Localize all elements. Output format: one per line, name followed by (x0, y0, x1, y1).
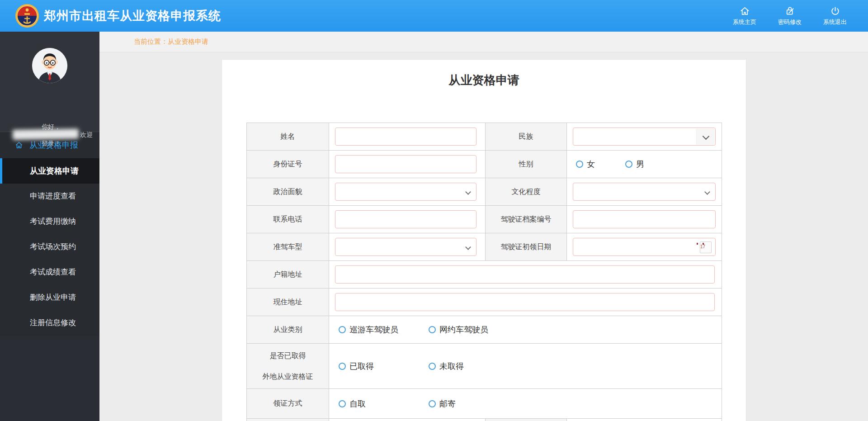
category-cruise-taxi-option[interactable]: 巡游车驾驶员 (339, 324, 398, 335)
radio-ride-hailing[interactable] (429, 326, 436, 333)
field-label-foreign-certificate: 是否已取得 外地从业资格证 (247, 344, 329, 389)
home-icon (15, 141, 23, 149)
household-address-input[interactable] (335, 265, 715, 284)
chevron-down-icon (704, 189, 710, 195)
avatar (32, 48, 67, 83)
gender-male-option[interactable]: 男 (625, 159, 644, 170)
foreign-cert-not-obtained-option[interactable]: 未取得 (429, 361, 464, 372)
nav-logout-button[interactable]: 系统退出 (821, 6, 849, 26)
sidebar: 你好， 欢迎 登录！ 从业资格申报 从业资格申请 申请进度查看 考试费用缴纳 考… (0, 32, 99, 421)
nav-home-label: 系统主页 (733, 18, 756, 26)
lock-edit-icon (785, 6, 795, 16)
sidebar-item-exam-session[interactable]: 考试场次预约 (0, 234, 99, 260)
field-label-license-file-number: 驾驶证档案编号 (486, 206, 567, 233)
current-address-input[interactable] (335, 293, 715, 311)
home-icon (740, 6, 750, 16)
nav-change-password-button[interactable]: 密码修改 (776, 6, 804, 26)
sidebar-item-exam-score[interactable]: 考试成绩查看 (0, 260, 99, 285)
header-nav: 系统主页 密码修改 系统退出 (731, 0, 849, 32)
gender-female-option[interactable]: 女 (576, 159, 595, 170)
avatar-illustration-icon (32, 48, 67, 83)
ethnicity-select[interactable] (573, 128, 716, 146)
app-logo-emblem-icon (15, 4, 39, 28)
field-label-license-class: 准驾车型 (247, 233, 329, 261)
chevron-down-icon (465, 189, 471, 195)
education-select[interactable] (573, 183, 716, 201)
app-title: 郑州市出租车从业资格申报系统 (44, 0, 221, 32)
power-icon (830, 6, 840, 16)
nav-home-button[interactable]: 系统主页 (731, 6, 759, 26)
sidebar-item-apply[interactable]: 从业资格申请 (0, 158, 99, 184)
field-label-id-number: 身份证号 (247, 151, 329, 178)
radio-female[interactable] (576, 161, 583, 168)
field-label-occupation-category: 从业类别 (247, 316, 329, 344)
license-class-select[interactable] (335, 238, 476, 256)
breadcrumb-bar: 当前位置：从业资格申请 (99, 32, 868, 52)
political-status-select[interactable] (335, 183, 476, 201)
sidebar-item-edit-registration[interactable]: 注册信息修改 (0, 310, 99, 336)
field-label-ethnicity: 民族 (486, 123, 567, 151)
radio-male[interactable] (625, 161, 632, 168)
name-input[interactable] (335, 128, 476, 146)
radio-pickup[interactable] (339, 400, 346, 407)
foreign-cert-obtained-option[interactable]: 已取得 (339, 361, 374, 372)
application-form-table: 姓名 民族 身份证号 性别 (246, 123, 722, 421)
field-label-phone: 联系电话 (247, 206, 329, 233)
field-label-name: 姓名 (247, 123, 329, 151)
nav-logout-label: 系统退出 (823, 18, 847, 26)
main-content: 从业资格申请 姓名 民族 身份证号 (99, 53, 868, 421)
delivery-mail-option[interactable]: 邮寄 (429, 398, 456, 409)
greeting-text-line2: 欢迎 (80, 131, 93, 139)
sidebar-menu: 从业资格申报 从业资格申请 申请进度查看 考试费用缴纳 考试场次预约 考试成绩查… (0, 132, 99, 336)
radio-mail[interactable] (429, 400, 436, 407)
nav-change-password-label: 密码修改 (778, 18, 802, 26)
license-date-input[interactable]: 17 (573, 238, 716, 256)
radio-not-obtained[interactable] (429, 363, 436, 370)
category-ride-hailing-option[interactable]: 网约车驾驶员 (429, 324, 488, 335)
breadcrumb: 当前位置：从业资格申请 (134, 38, 208, 46)
field-label-household-address: 户籍地址 (247, 261, 329, 289)
radio-cruise-taxi[interactable] (339, 326, 346, 333)
sidebar-item-progress[interactable]: 申请进度查看 (0, 184, 99, 209)
radio-obtained[interactable] (339, 363, 346, 370)
redacted-username (13, 129, 79, 140)
field-label-political-status: 政治面貌 (247, 178, 329, 206)
phone-input[interactable] (335, 210, 476, 228)
field-label-gender: 性别 (486, 151, 567, 178)
sidebar-item-delete-application[interactable]: 删除从业申请 (0, 285, 99, 310)
delivery-pickup-option[interactable]: 自取 (339, 398, 366, 409)
calendar-icon[interactable]: 17 (700, 241, 712, 253)
field-label-delivery-method: 领证方式 (247, 389, 329, 419)
chevron-down-icon (465, 244, 471, 250)
page-title: 从业资格申请 (222, 72, 746, 88)
greeting-text-line3: 登录！ (42, 140, 61, 148)
field-label-education: 文化程度 (486, 178, 567, 206)
app-header: 郑州市出租车从业资格申报系统 系统主页 密码修改 系统退出 (0, 0, 868, 32)
field-label-license-first-issue-date: 驾驶证初领日期 (486, 233, 567, 261)
field-label-current-address: 现住地址 (247, 289, 329, 316)
form-card: 从业资格申请 姓名 民族 身份证号 (222, 59, 746, 421)
partial-row (247, 419, 722, 421)
id-number-input[interactable] (335, 155, 476, 173)
license-file-number-input[interactable] (573, 210, 716, 228)
sidebar-profile: 你好， 欢迎 登录！ (0, 32, 99, 132)
sidebar-item-exam-fee[interactable]: 考试费用缴纳 (0, 209, 99, 234)
